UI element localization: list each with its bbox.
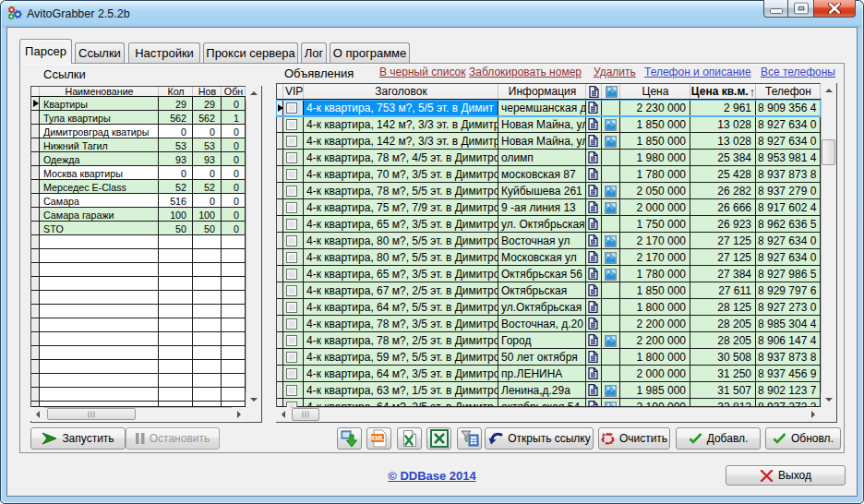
svg-text:XML: XML (370, 435, 385, 441)
